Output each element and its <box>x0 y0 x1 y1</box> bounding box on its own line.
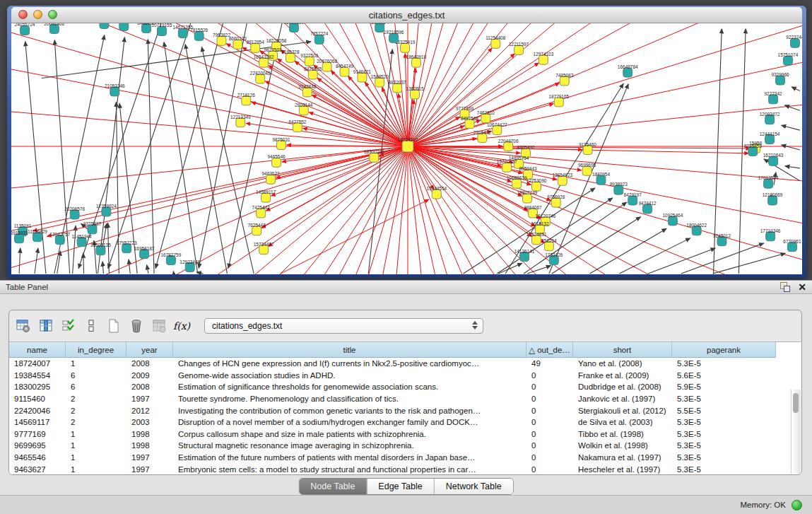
graph-node-label: 11451944 <box>71 234 92 239</box>
graph-node[interactable]: 13505135 <box>90 243 111 255</box>
select-attributes-button[interactable] <box>59 316 78 336</box>
graph-node[interactable]: 18807249 <box>517 190 538 203</box>
table-row[interactable]: 1456911722003Disruption of a novel membe… <box>9 416 801 428</box>
table-row[interactable]: 1872400712008Changes of HCN gene express… <box>9 358 801 370</box>
graph-node[interactable]: 12211597 <box>509 42 529 54</box>
graph-node-label: 20206576 <box>64 206 85 211</box>
graph-node[interactable]: 17013504 <box>758 175 779 188</box>
graph-node[interactable]: 9115460 <box>579 142 596 155</box>
graph-node[interactable]: 16033809 <box>284 23 305 32</box>
column-header-name[interactable]: name <box>9 342 66 358</box>
zoom-window-button[interactable] <box>48 10 57 19</box>
graph-node[interactable]: 14569117 <box>256 189 276 202</box>
graph-node[interactable]: 2803144 <box>295 103 313 115</box>
graph-node[interactable]: 20691406 <box>44 23 64 33</box>
graph-node-label: 9329966 <box>771 72 789 77</box>
column-header-out_de[interactable]: △ out_de… <box>526 342 573 358</box>
graph-node[interactable]: 7963822 <box>213 33 231 45</box>
graph-node[interactable]: 21053346 <box>105 83 125 96</box>
delete-table-button[interactable] <box>126 316 146 336</box>
graph-node[interactable]: 12974103 <box>534 52 554 64</box>
graph-node[interactable]: 12100669 <box>763 192 783 205</box>
float-panel-icon[interactable] <box>779 281 791 293</box>
scrollbar-thumb[interactable] <box>793 393 799 413</box>
table-row[interactable]: 969969511998Structural magnetic resonanc… <box>9 440 801 452</box>
table-vertical-scrollbar[interactable] <box>791 390 801 474</box>
minimize-window-button[interactable] <box>33 10 42 19</box>
close-window-button[interactable] <box>18 10 28 19</box>
graph-node[interactable]: 9242848 <box>298 84 317 97</box>
graph-node[interactable]: 10688639 <box>507 175 527 188</box>
graph-node[interactable]: 17710346 <box>760 228 781 241</box>
graph-node[interactable]: 24055724 <box>15 23 35 35</box>
table-row[interactable]: 946362711997Embryonic stem cells: a mode… <box>9 463 801 475</box>
column-header-title[interactable]: title <box>173 342 526 358</box>
graph-node[interactable]: 1733426 <box>545 252 563 265</box>
tab-node-table[interactable]: Node Table <box>299 479 367 494</box>
graph-node[interactable]: 8660123 <box>229 36 247 49</box>
graph-node[interactable]: 16782759 <box>161 252 182 265</box>
function-builder-button[interactable]: f(x) <box>172 316 192 336</box>
import-table-button[interactable] <box>149 316 169 336</box>
graph-node[interactable]: 6770961 <box>783 239 801 252</box>
graph-node[interactable]: 22049706 <box>498 139 519 151</box>
graph-node[interactable]: 9875031 <box>272 137 290 150</box>
graph-node[interactable]: 8475685 <box>304 66 322 79</box>
graph-node-label: 8186328 <box>281 49 300 54</box>
graph-node[interactable]: 11156829 <box>28 229 47 242</box>
graph-node[interactable]: 8454749 <box>336 64 354 76</box>
table-row[interactable]: 2242004622012Investigating the contribut… <box>9 404 801 416</box>
table-settings-button[interactable] <box>13 316 33 336</box>
graph-node[interactable]: 9756928 <box>547 194 565 207</box>
graph-node[interactable]: 9327508 <box>300 53 319 66</box>
graph-node[interactable]: 2316442 <box>473 130 492 143</box>
graph-node[interactable]: 10653287 <box>94 23 114 28</box>
graph-node[interactable]: 12753090 <box>526 178 547 191</box>
graph-node[interactable]: 16210643 <box>763 153 784 165</box>
graph-node[interactable]: 9223744 <box>786 35 802 47</box>
create-table-button[interactable] <box>104 316 124 336</box>
graph-node[interactable]: 9474412 <box>639 201 657 214</box>
table-selector-dropdown[interactable]: citations_edges.txt <box>204 318 483 334</box>
row-height-button[interactable] <box>81 316 101 336</box>
table-row[interactable]: 911546021997Tourette syndrome. Phenomeno… <box>9 393 801 405</box>
table-row[interactable]: 1830029562008Estimation of significance … <box>9 381 801 393</box>
close-panel-icon[interactable]: ✕ <box>798 281 806 293</box>
graph-node[interactable]: 252254 <box>541 238 557 251</box>
graph-node[interactable]: 12213349 <box>230 115 251 127</box>
table-row[interactable]: 946554611997Estimation of the future num… <box>9 452 801 464</box>
graph-node[interactable]: 3913931 <box>11 230 28 243</box>
select-columns-button[interactable] <box>36 316 56 336</box>
graph-node[interactable]: 9245012 <box>713 233 731 246</box>
column-header-year[interactable]: year <box>126 342 173 358</box>
graph-node[interactable]: 9329966 <box>771 72 789 85</box>
graph-node[interactable]: 2718126 <box>237 93 256 105</box>
column-header-pagerank[interactable]: pagerank <box>672 342 776 358</box>
graph-node[interactable]: 12093872 <box>760 112 780 124</box>
graph-node[interactable]: 22420046 <box>250 71 271 83</box>
graph-node[interactable]: 10719155 <box>152 23 172 35</box>
graph-node[interactable]: 15751074 <box>778 52 799 65</box>
graph-node[interactable]: 9227342 <box>765 91 783 104</box>
graph-node[interactable]: 17359924 <box>96 204 117 216</box>
column-header-short[interactable]: short <box>573 342 672 358</box>
graph-node[interactable]: 1362615 <box>406 86 424 99</box>
network-canvas[interactable]: 1872400779638228660123891295418226058982… <box>11 23 802 274</box>
column-header-in_degree[interactable]: in_degree <box>66 342 126 358</box>
network-window-titlebar[interactable]: citations_edges.txt <box>11 7 802 23</box>
graph-node[interactable]: 16648784 <box>618 64 638 77</box>
graph-node[interactable]: 18004622 <box>686 223 707 235</box>
graph-node[interactable]: 1527902 <box>115 23 134 30</box>
table-row[interactable]: 977716911998Corpus callosum shape and si… <box>9 428 801 440</box>
graph-node[interactable]: 10925464 <box>663 213 683 226</box>
graph-node[interactable]: 16958187 <box>134 246 155 259</box>
graph-node[interactable]: 20206576 <box>64 206 85 219</box>
graph-node[interactable]: 12444154 <box>760 132 780 144</box>
graph-node[interactable]: 7857224 <box>310 31 329 44</box>
graph-node[interactable]: 8912954 <box>247 40 265 52</box>
table-row[interactable]: 1938455462009Genome-wide association stu… <box>9 370 801 382</box>
graph-node[interactable]: 18779165 <box>548 94 569 107</box>
tab-edge-table[interactable]: Edge Table <box>367 479 434 494</box>
graph-node[interactable]: 8186328 <box>281 49 300 62</box>
tab-network-table[interactable]: Network Table <box>435 479 513 494</box>
